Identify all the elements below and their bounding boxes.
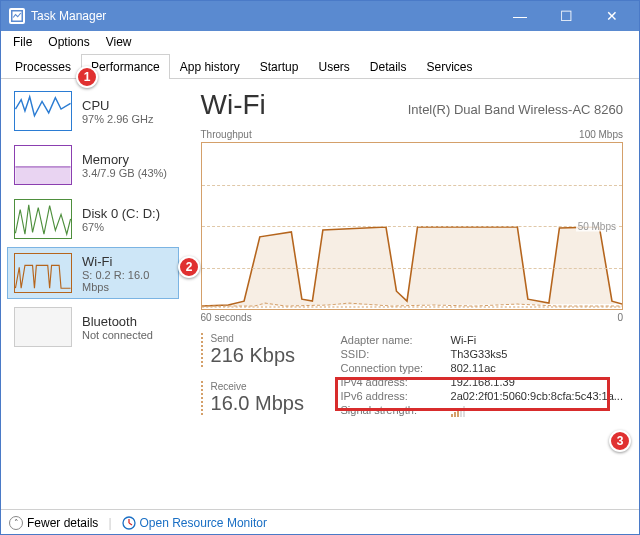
- memory-title: Memory: [82, 152, 167, 167]
- menu-options[interactable]: Options: [40, 33, 97, 51]
- tab-processes[interactable]: Processes: [5, 54, 81, 79]
- send-label: Send: [211, 333, 321, 344]
- menu-view[interactable]: View: [98, 33, 140, 51]
- chevron-up-icon: ˄: [9, 516, 23, 530]
- app-icon: [9, 8, 25, 24]
- cpu-thumb-icon: [14, 91, 72, 131]
- receive-value: 16.0 Mbps: [211, 392, 321, 415]
- disk-sub: 67%: [82, 221, 160, 233]
- wifi-title: Wi-Fi: [82, 254, 172, 269]
- title-bar: Task Manager — ☐ ✕: [1, 1, 639, 31]
- receive-label: Receive: [211, 381, 321, 392]
- menu-bar: File Options View: [1, 31, 639, 53]
- cpu-sub: 97% 2.96 GHz: [82, 113, 154, 125]
- bluetooth-title: Bluetooth: [82, 314, 153, 329]
- separator: |: [108, 516, 111, 530]
- footer: ˄ Fewer details | Open Resource Monitor: [1, 509, 639, 535]
- tab-details[interactable]: Details: [360, 54, 417, 79]
- graph-time-label: 60 seconds: [201, 312, 252, 323]
- adapter-val: Wi-Fi: [451, 334, 477, 346]
- disk-title: Disk 0 (C: D:): [82, 206, 160, 221]
- resource-monitor-icon: [122, 516, 136, 530]
- signal-strength-icon: [451, 404, 465, 417]
- memory-sub: 3.4/7.9 GB (43%): [82, 167, 167, 179]
- conn-val: 802.11ac: [451, 362, 496, 374]
- tab-app-history[interactable]: App history: [170, 54, 250, 79]
- cpu-title: CPU: [82, 98, 154, 113]
- bluetooth-sub: Not connected: [82, 329, 153, 341]
- ssid-val: Th3G33ks5: [451, 348, 508, 360]
- graph-zero-label: 0: [617, 312, 623, 323]
- sidebar-item-memory[interactable]: Memory 3.4/7.9 GB (43%): [7, 139, 179, 191]
- callout-1: 1: [76, 66, 98, 88]
- fewer-details-link[interactable]: Fewer details: [27, 516, 98, 530]
- sidebar-item-bluetooth[interactable]: Bluetooth Not connected: [7, 301, 179, 353]
- svg-rect-1: [15, 167, 70, 184]
- throughput-label: Throughput: [201, 129, 252, 140]
- signal-key: Signal strength:: [341, 404, 451, 417]
- content-area: CPU 97% 2.96 GHz Memory 3.4/7.9 GB (43%)…: [1, 79, 639, 509]
- send-value: 216 Kbps: [211, 344, 321, 367]
- ipv4-val: 192.168.1.39: [451, 376, 515, 388]
- open-resource-monitor-link[interactable]: Open Resource Monitor: [140, 516, 267, 530]
- maximize-button[interactable]: ☐: [543, 1, 589, 31]
- tab-users[interactable]: Users: [308, 54, 359, 79]
- sidebar-item-wifi[interactable]: Wi-Fi S: 0.2 R: 16.0 Mbps: [7, 247, 179, 299]
- adapter-name-header: Intel(R) Dual Band Wireless-AC 8260: [408, 102, 623, 117]
- close-button[interactable]: ✕: [589, 1, 635, 31]
- adapter-key: Adapter name:: [341, 334, 451, 346]
- sidebar: CPU 97% 2.96 GHz Memory 3.4/7.9 GB (43%)…: [1, 79, 185, 509]
- bluetooth-thumb-icon: [14, 307, 72, 347]
- wifi-thumb-icon: [14, 253, 72, 293]
- disk-thumb-icon: [14, 199, 72, 239]
- callout-2: 2: [178, 256, 200, 278]
- ipv4-key: IPv4 address:: [341, 376, 451, 388]
- window-title: Task Manager: [31, 9, 497, 23]
- ipv6-val: 2a02:2f01:5060:9cb:8cfa:5c43:1a...: [451, 390, 623, 402]
- callout-3: 3: [609, 430, 631, 452]
- throughput-max: 100 Mbps: [579, 129, 623, 140]
- main-panel: Wi-Fi Intel(R) Dual Band Wireless-AC 826…: [185, 79, 639, 509]
- memory-thumb-icon: [14, 145, 72, 185]
- wifi-sub: S: 0.2 R: 16.0 Mbps: [82, 269, 172, 293]
- main-title: Wi-Fi: [201, 89, 266, 121]
- sidebar-item-disk[interactable]: Disk 0 (C: D:) 67%: [7, 193, 179, 245]
- graph-mid-label: 50 Mbps: [576, 221, 618, 232]
- minimize-button[interactable]: —: [497, 1, 543, 31]
- menu-file[interactable]: File: [5, 33, 40, 51]
- throughput-graph: 50 Mbps: [201, 142, 623, 310]
- tab-services[interactable]: Services: [417, 54, 483, 79]
- ssid-key: SSID:: [341, 348, 451, 360]
- tab-startup[interactable]: Startup: [250, 54, 309, 79]
- ipv6-key: IPv6 address:: [341, 390, 451, 402]
- sidebar-item-cpu[interactable]: CPU 97% 2.96 GHz: [7, 85, 179, 137]
- conn-key: Connection type:: [341, 362, 451, 374]
